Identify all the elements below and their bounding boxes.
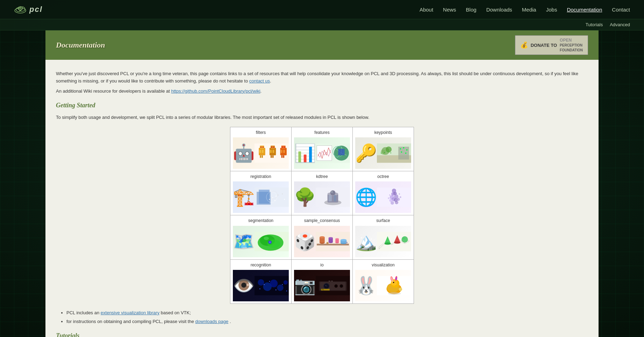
logo[interactable]: pcl xyxy=(14,5,43,14)
module-cell-octree[interactable]: octree xyxy=(353,171,414,215)
module-name-visualization: visualization xyxy=(355,262,412,268)
svg-point-105 xyxy=(329,237,333,239)
contact-us-link[interactable]: contact us xyxy=(249,78,270,84)
svg-rect-17 xyxy=(270,150,272,153)
svg-point-88 xyxy=(400,196,401,198)
module-cell-features[interactable]: features xyxy=(292,127,353,171)
module-cell-kdtree[interactable]: kdtree xyxy=(292,171,353,215)
module-name-io: io xyxy=(294,262,350,268)
visualization-library-link[interactable]: extensive visualization library xyxy=(101,310,159,315)
nav-media[interactable]: Media xyxy=(522,7,536,13)
money-bag-icon: 💰 xyxy=(520,41,528,49)
body-content: Whether you've just discovered PCL or yo… xyxy=(56,67,588,337)
svg-rect-28 xyxy=(283,155,284,158)
module-cell-filters[interactable]: filters xyxy=(230,127,292,171)
module-cell-visualization[interactable]: visualization xyxy=(353,259,414,303)
nav-contact[interactable]: Contact xyxy=(612,7,630,13)
wiki-prefix: An additional Wiki resource for develope… xyxy=(56,88,170,94)
svg-point-177 xyxy=(388,292,401,295)
nav-news[interactable]: News xyxy=(443,7,456,13)
svg-point-65 xyxy=(282,194,282,194)
svg-point-89 xyxy=(389,194,391,196)
intro-paragraph: Whether you've just discovered PCL or yo… xyxy=(56,70,588,85)
module-cell-io[interactable]: io xyxy=(292,259,353,303)
module-img-io: PCL xyxy=(294,270,350,301)
svg-rect-27 xyxy=(281,155,283,158)
svg-point-7 xyxy=(260,146,262,148)
svg-point-15 xyxy=(271,146,272,148)
svg-point-49 xyxy=(400,148,401,150)
svg-rect-18 xyxy=(272,150,274,153)
svg-point-176 xyxy=(391,280,393,282)
module-name-segmentation: segmentation xyxy=(232,217,289,224)
subnav-advanced[interactable]: Advanced xyxy=(610,22,630,27)
donate-button[interactable]: 💰 DONATE TO OPENPERCEPTIONFOUNDATION xyxy=(515,35,588,55)
module-cell-recognition[interactable]: recognition xyxy=(230,259,292,303)
getting-started-desc: To simplify both usage and development, … xyxy=(56,114,588,121)
svg-point-97 xyxy=(264,236,269,240)
svg-point-146 xyxy=(276,289,276,290)
svg-point-113 xyxy=(346,242,348,243)
svg-point-96 xyxy=(269,241,271,243)
wiki-link-paragraph: An additional Wiki resource for develope… xyxy=(56,88,588,95)
module-img-keypoints xyxy=(355,137,411,169)
module-row-1: filters xyxy=(230,127,414,171)
pcl-logo-icon xyxy=(14,5,27,14)
wiki-url-link[interactable]: https://github.com/PointCloudLibrary/pcl… xyxy=(171,88,260,94)
svg-point-144 xyxy=(264,284,264,285)
svg-point-90 xyxy=(399,193,400,195)
svg-point-147 xyxy=(282,284,282,285)
svg-point-53 xyxy=(405,152,407,154)
nav-blog[interactable]: Blog xyxy=(466,7,477,13)
svg-rect-9 xyxy=(259,150,261,153)
module-img-registration xyxy=(233,181,289,213)
svg-rect-37 xyxy=(338,149,344,155)
svg-point-84 xyxy=(397,198,400,201)
nav-jobs[interactable]: Jobs xyxy=(546,7,557,13)
bullet-viz-suffix: based on VTK; xyxy=(161,310,191,315)
module-cell-sample-consensus[interactable]: sample_consensus xyxy=(292,215,353,259)
module-img-octree xyxy=(355,181,411,213)
module-cell-registration[interactable]: registration xyxy=(230,171,292,215)
page-wrapper: pcl About News Blog Downloads Media Jobs… xyxy=(0,0,644,337)
bullet-item-downloads: for instructions on obtaining and compil… xyxy=(66,318,588,325)
intro-text-main: Whether you've just discovered PCL or yo… xyxy=(56,71,578,84)
getting-started-heading: Getting Started xyxy=(56,100,588,110)
module-row-2: registration xyxy=(230,171,414,215)
module-name-sample-consensus: sample_consensus xyxy=(294,217,350,224)
svg-point-155 xyxy=(325,285,326,286)
navbar: pcl About News Blog Downloads Media Jobs… xyxy=(0,0,644,19)
svg-rect-11 xyxy=(260,155,261,158)
nav-downloads[interactable]: Downloads xyxy=(486,7,512,13)
bullet-item-visualization: PCL includes an extensive visualization … xyxy=(66,309,588,317)
svg-point-112 xyxy=(327,242,329,244)
module-name-filters: filters xyxy=(232,129,289,136)
module-cell-keypoints[interactable]: keypoints xyxy=(353,127,414,171)
svg-point-108 xyxy=(335,238,339,239)
svg-point-42 xyxy=(386,146,392,152)
navbar-links: About News Blog Downloads Media Jobs Doc… xyxy=(420,7,630,13)
svg-rect-25 xyxy=(281,150,282,153)
svg-point-74 xyxy=(331,191,333,193)
svg-rect-26 xyxy=(283,150,285,153)
svg-point-136 xyxy=(403,237,405,239)
logo-text: pcl xyxy=(29,5,43,14)
svg-point-50 xyxy=(403,147,405,149)
svg-point-85 xyxy=(391,201,394,205)
module-cell-segmentation[interactable]: segmentation xyxy=(230,215,292,259)
module-img-segmentation xyxy=(233,226,289,257)
svg-point-148 xyxy=(286,291,287,291)
subnav-tutorials[interactable]: Tutorials xyxy=(586,22,603,27)
donate-label: DONATE TO xyxy=(531,43,557,48)
svg-rect-10 xyxy=(262,150,264,153)
svg-point-64 xyxy=(280,198,280,199)
module-name-octree: octree xyxy=(355,173,412,180)
module-img-recognition xyxy=(233,270,289,301)
module-cell-surface[interactable]: surface xyxy=(353,215,414,259)
bullet-dl-suffix: . xyxy=(230,319,231,324)
module-name-surface: surface xyxy=(355,217,412,224)
module-name-registration: registration xyxy=(232,173,289,180)
nav-about[interactable]: About xyxy=(420,7,433,13)
nav-documentation[interactable]: Documentation xyxy=(567,7,602,13)
downloads-page-link[interactable]: downloads page xyxy=(195,319,229,324)
